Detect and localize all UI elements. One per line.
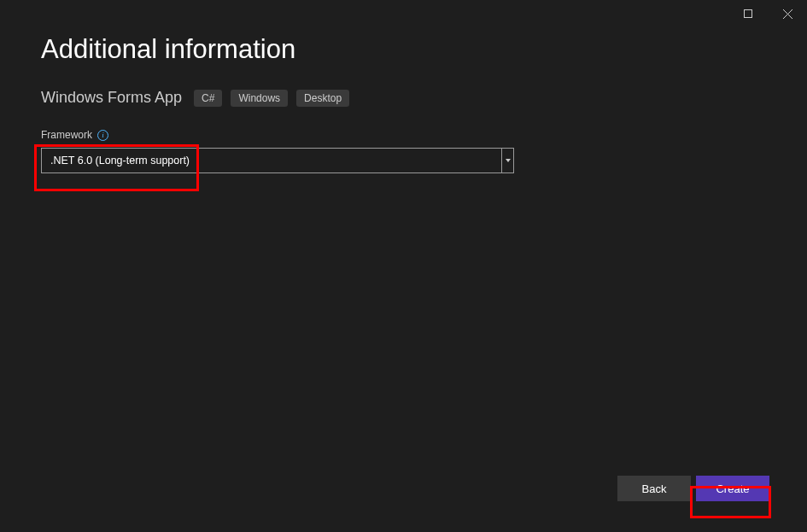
- framework-label: Framework: [41, 129, 92, 141]
- create-button[interactable]: Create: [696, 476, 769, 501]
- info-icon[interactable]: i: [97, 130, 108, 141]
- maximize-button[interactable]: [728, 0, 768, 27]
- page-title: Additional information: [41, 34, 766, 65]
- tag-platform: Windows: [231, 90, 288, 107]
- titlebar: [728, 0, 807, 27]
- back-button[interactable]: Back: [617, 476, 691, 501]
- tag-type: Desktop: [296, 90, 349, 107]
- project-name: Windows Forms App: [41, 89, 182, 107]
- dropdown-arrow: [501, 149, 513, 172]
- close-icon: [783, 9, 792, 19]
- main-content: Additional information Windows Forms App…: [0, 0, 807, 173]
- framework-selected-value: .NET 6.0 (Long-term support): [42, 155, 501, 167]
- project-row: Windows Forms App C# Windows Desktop: [41, 89, 766, 107]
- framework-label-row: Framework i: [41, 129, 766, 141]
- tag-language: C#: [194, 90, 222, 107]
- framework-select-wrapper: .NET 6.0 (Long-term support): [41, 148, 514, 173]
- svg-marker-3: [506, 159, 511, 162]
- framework-select[interactable]: .NET 6.0 (Long-term support): [41, 148, 514, 173]
- footer-buttons: Back Create: [617, 476, 769, 501]
- chevron-down-icon: [506, 159, 511, 162]
- maximize-icon: [744, 9, 752, 18]
- close-button[interactable]: [768, 0, 807, 27]
- svg-rect-0: [745, 10, 752, 18]
